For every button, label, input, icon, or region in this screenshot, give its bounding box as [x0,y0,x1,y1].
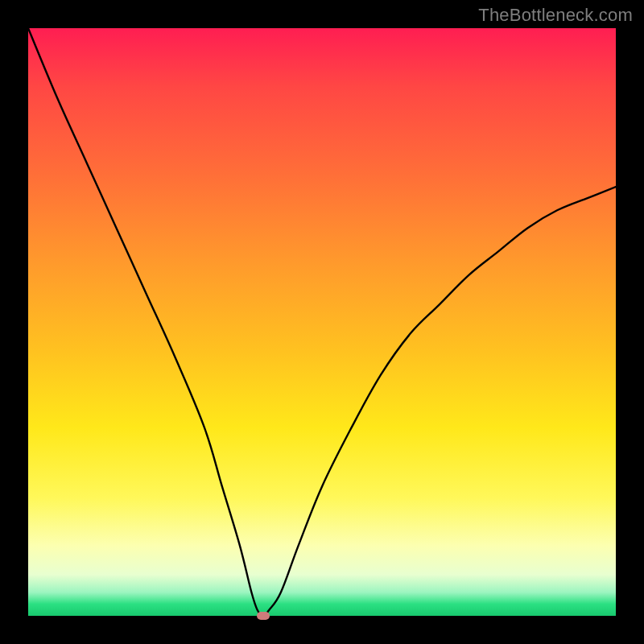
plot-area [28,28,616,616]
chart-frame: TheBottleneck.com [0,0,644,644]
brand-watermark: TheBottleneck.com [478,5,633,26]
minimum-marker [257,612,270,620]
curve-layer [28,28,616,616]
bottleneck-curve [28,28,616,616]
